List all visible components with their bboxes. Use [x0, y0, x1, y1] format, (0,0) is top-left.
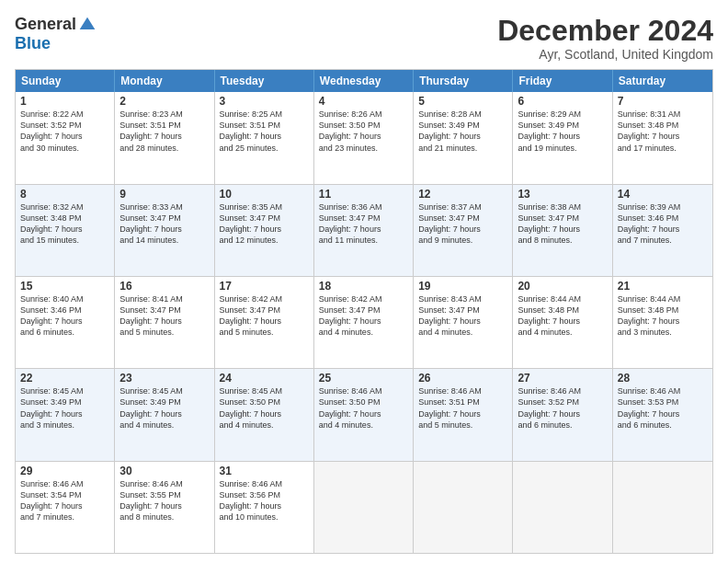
- day-number: 8: [20, 188, 109, 201]
- cal-cell: 21 Sunrise: 8:44 AMSunset: 3:48 PMDaylig…: [613, 277, 712, 368]
- cell-info: Sunrise: 8:37 AMSunset: 3:47 PMDaylight:…: [418, 202, 482, 245]
- header-tuesday: Tuesday: [215, 70, 314, 92]
- day-number: 6: [518, 95, 607, 108]
- cell-info: Sunrise: 8:38 AMSunset: 3:47 PMDaylight:…: [518, 202, 581, 245]
- cal-cell: [613, 462, 712, 553]
- cal-cell: 19 Sunrise: 8:43 AMSunset: 3:47 PMDaylig…: [414, 277, 513, 368]
- cell-info: Sunrise: 8:46 AMSunset: 3:52 PMDaylight:…: [518, 386, 581, 429]
- cell-info: Sunrise: 8:28 AMSunset: 3:49 PMDaylight:…: [418, 109, 482, 152]
- cell-info: Sunrise: 8:46 AMSunset: 3:53 PMDaylight:…: [618, 386, 681, 429]
- cal-cell: 28 Sunrise: 8:46 AMSunset: 3:53 PMDaylig…: [613, 369, 712, 460]
- cell-info: Sunrise: 8:26 AMSunset: 3:50 PMDaylight:…: [319, 109, 382, 152]
- cal-cell: 1 Sunrise: 8:22 AMSunset: 3:52 PMDayligh…: [16, 92, 115, 183]
- cal-cell: 22 Sunrise: 8:45 AMSunset: 3:49 PMDaylig…: [16, 369, 115, 460]
- day-number: 16: [119, 280, 209, 293]
- calendar-row-4: 29 Sunrise: 8:46 AMSunset: 3:54 PMDaylig…: [16, 462, 712, 553]
- day-number: 23: [119, 372, 209, 385]
- day-number: 17: [220, 280, 309, 293]
- cal-cell: 6 Sunrise: 8:29 AMSunset: 3:49 PMDayligh…: [513, 92, 612, 183]
- day-number: 14: [618, 188, 708, 201]
- cell-info: Sunrise: 8:42 AMSunset: 3:47 PMDaylight:…: [220, 294, 283, 337]
- title-block: December 2024 Ayr, Scotland, United King…: [497, 15, 713, 62]
- cell-info: Sunrise: 8:46 AMSunset: 3:50 PMDaylight:…: [319, 386, 382, 429]
- day-number: 2: [119, 95, 209, 108]
- location: Ayr, Scotland, United Kingdom: [497, 47, 713, 62]
- cal-cell: 4 Sunrise: 8:26 AMSunset: 3:50 PMDayligh…: [314, 92, 414, 183]
- day-number: 30: [119, 465, 209, 477]
- cal-cell: 10 Sunrise: 8:35 AMSunset: 3:47 PMDaylig…: [215, 185, 314, 276]
- cal-cell: 2 Sunrise: 8:23 AMSunset: 3:51 PMDayligh…: [115, 92, 214, 183]
- header: General Blue December 2024 Ayr, Scotland…: [15, 15, 713, 62]
- day-number: 13: [518, 188, 607, 201]
- day-number: 4: [319, 95, 408, 108]
- day-number: 25: [319, 372, 408, 385]
- cal-cell: [414, 462, 513, 553]
- cal-cell: 20 Sunrise: 8:44 AMSunset: 3:48 PMDaylig…: [513, 277, 612, 368]
- cal-cell: 5 Sunrise: 8:28 AMSunset: 3:49 PMDayligh…: [414, 92, 513, 183]
- day-number: 5: [418, 95, 507, 108]
- cal-cell: 14 Sunrise: 8:39 AMSunset: 3:46 PMDaylig…: [613, 185, 712, 276]
- day-number: 31: [220, 465, 309, 477]
- cell-info: Sunrise: 8:40 AMSunset: 3:46 PMDaylight:…: [20, 294, 84, 337]
- cell-info: Sunrise: 8:44 AMSunset: 3:48 PMDaylight:…: [518, 294, 581, 337]
- cal-cell: 15 Sunrise: 8:40 AMSunset: 3:46 PMDaylig…: [16, 277, 115, 368]
- cal-cell: 12 Sunrise: 8:37 AMSunset: 3:47 PMDaylig…: [414, 185, 513, 276]
- calendar-header: Sunday Monday Tuesday Wednesday Thursday…: [16, 70, 712, 92]
- cal-cell: 24 Sunrise: 8:45 AMSunset: 3:50 PMDaylig…: [215, 369, 314, 460]
- cell-info: Sunrise: 8:41 AMSunset: 3:47 PMDaylight:…: [119, 294, 183, 337]
- header-thursday: Thursday: [414, 70, 513, 92]
- cal-cell: 3 Sunrise: 8:25 AMSunset: 3:51 PMDayligh…: [215, 92, 314, 183]
- cal-cell: 11 Sunrise: 8:36 AMSunset: 3:47 PMDaylig…: [314, 185, 414, 276]
- cal-cell: 26 Sunrise: 8:46 AMSunset: 3:51 PMDaylig…: [414, 369, 513, 460]
- cal-cell: 9 Sunrise: 8:33 AMSunset: 3:47 PMDayligh…: [115, 185, 214, 276]
- calendar-row-0: 1 Sunrise: 8:22 AMSunset: 3:52 PMDayligh…: [16, 92, 712, 184]
- cal-cell: 31 Sunrise: 8:46 AMSunset: 3:56 PMDaylig…: [215, 462, 314, 553]
- cell-info: Sunrise: 8:22 AMSunset: 3:52 PMDaylight:…: [20, 109, 84, 152]
- day-number: 9: [119, 188, 209, 201]
- day-number: 27: [518, 372, 607, 385]
- cal-cell: 30 Sunrise: 8:46 AMSunset: 3:55 PMDaylig…: [115, 462, 214, 553]
- cell-info: Sunrise: 8:23 AMSunset: 3:51 PMDaylight:…: [119, 109, 183, 152]
- page: General Blue December 2024 Ayr, Scotland…: [0, 0, 728, 563]
- cell-info: Sunrise: 8:32 AMSunset: 3:48 PMDaylight:…: [20, 202, 84, 245]
- cell-info: Sunrise: 8:35 AMSunset: 3:47 PMDaylight:…: [220, 202, 283, 245]
- day-number: 28: [618, 372, 708, 385]
- logo: General Blue: [15, 15, 97, 53]
- cal-cell: [513, 462, 612, 553]
- svg-marker-0: [80, 17, 96, 29]
- cal-cell: 29 Sunrise: 8:46 AMSunset: 3:54 PMDaylig…: [16, 462, 115, 553]
- calendar-row-2: 15 Sunrise: 8:40 AMSunset: 3:46 PMDaylig…: [16, 277, 712, 369]
- calendar: Sunday Monday Tuesday Wednesday Thursday…: [15, 69, 713, 554]
- day-number: 11: [319, 188, 408, 201]
- cal-cell: 27 Sunrise: 8:46 AMSunset: 3:52 PMDaylig…: [513, 369, 612, 460]
- day-number: 15: [20, 280, 109, 293]
- cal-cell: 17 Sunrise: 8:42 AMSunset: 3:47 PMDaylig…: [215, 277, 314, 368]
- day-number: 1: [20, 95, 109, 108]
- cal-cell: [314, 462, 414, 553]
- logo-general-text: General: [15, 15, 76, 34]
- cell-info: Sunrise: 8:45 AMSunset: 3:49 PMDaylight:…: [20, 386, 84, 429]
- cell-info: Sunrise: 8:33 AMSunset: 3:47 PMDaylight:…: [119, 202, 183, 245]
- cal-cell: 8 Sunrise: 8:32 AMSunset: 3:48 PMDayligh…: [16, 185, 115, 276]
- cell-info: Sunrise: 8:45 AMSunset: 3:49 PMDaylight:…: [119, 386, 183, 429]
- logo-icon: [78, 16, 97, 34]
- calendar-row-3: 22 Sunrise: 8:45 AMSunset: 3:49 PMDaylig…: [16, 369, 712, 461]
- cal-cell: 13 Sunrise: 8:38 AMSunset: 3:47 PMDaylig…: [513, 185, 612, 276]
- day-number: 12: [418, 188, 507, 201]
- day-number: 7: [618, 95, 708, 108]
- day-number: 18: [319, 280, 408, 293]
- cell-info: Sunrise: 8:39 AMSunset: 3:46 PMDaylight:…: [618, 202, 681, 245]
- cal-cell: 16 Sunrise: 8:41 AMSunset: 3:47 PMDaylig…: [115, 277, 214, 368]
- cal-cell: 25 Sunrise: 8:46 AMSunset: 3:50 PMDaylig…: [314, 369, 414, 460]
- cell-info: Sunrise: 8:46 AMSunset: 3:55 PMDaylight:…: [119, 479, 183, 522]
- calendar-body: 1 Sunrise: 8:22 AMSunset: 3:52 PMDayligh…: [16, 92, 712, 553]
- logo-blue-text: Blue: [15, 34, 51, 53]
- header-saturday: Saturday: [613, 70, 712, 92]
- header-friday: Friday: [513, 70, 612, 92]
- cell-info: Sunrise: 8:44 AMSunset: 3:48 PMDaylight:…: [618, 294, 681, 337]
- day-number: 10: [220, 188, 309, 201]
- cal-cell: 18 Sunrise: 8:42 AMSunset: 3:47 PMDaylig…: [314, 277, 414, 368]
- cell-info: Sunrise: 8:29 AMSunset: 3:49 PMDaylight:…: [518, 109, 581, 152]
- cell-info: Sunrise: 8:25 AMSunset: 3:51 PMDaylight:…: [220, 109, 283, 152]
- cal-cell: 7 Sunrise: 8:31 AMSunset: 3:48 PMDayligh…: [613, 92, 712, 183]
